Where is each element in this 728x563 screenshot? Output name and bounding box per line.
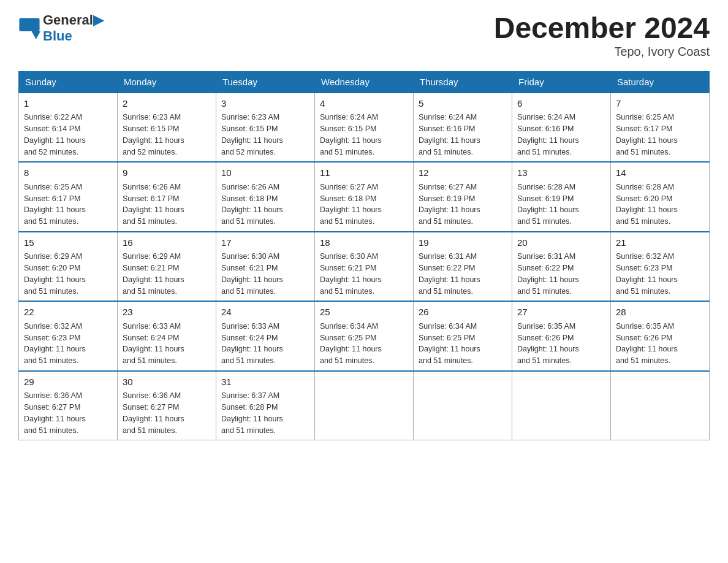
day-info: Sunrise: 6:24 AM Sunset: 6:16 PM Dayligh… [419,112,507,158]
day-info: Sunrise: 6:25 AM Sunset: 6:17 PM Dayligh… [616,112,704,158]
day-number: 17 [221,236,309,250]
calendar-cell: 2 Sunrise: 6:23 AM Sunset: 6:15 PM Dayli… [118,93,216,163]
calendar-cell: 22 Sunrise: 6:32 AM Sunset: 6:23 PM Dayl… [19,301,118,371]
calendar-cell: 7 Sunrise: 6:25 AM Sunset: 6:17 PM Dayli… [611,93,710,163]
day-number: 12 [419,166,507,180]
day-info: Sunrise: 6:27 AM Sunset: 6:19 PM Dayligh… [419,182,507,228]
calendar-cell: 23 Sunrise: 6:33 AM Sunset: 6:24 PM Dayl… [118,301,216,371]
day-info: Sunrise: 6:32 AM Sunset: 6:23 PM Dayligh… [616,251,704,297]
calendar-cell [611,371,710,440]
day-info: Sunrise: 6:34 AM Sunset: 6:25 PM Dayligh… [419,321,507,367]
day-info: Sunrise: 6:35 AM Sunset: 6:26 PM Dayligh… [517,321,605,367]
day-info: Sunrise: 6:35 AM Sunset: 6:26 PM Dayligh… [616,321,704,367]
day-number: 27 [517,305,605,320]
day-number: 3 [221,97,309,111]
day-number: 23 [123,305,211,320]
calendar-week-row: 29 Sunrise: 6:36 AM Sunset: 6:27 PM Dayl… [19,371,710,440]
day-info: Sunrise: 6:25 AM Sunset: 6:17 PM Dayligh… [24,182,112,228]
calendar-cell: 14 Sunrise: 6:28 AM Sunset: 6:20 PM Dayl… [611,162,710,232]
day-info: Sunrise: 6:33 AM Sunset: 6:24 PM Dayligh… [221,321,309,367]
day-info: Sunrise: 6:29 AM Sunset: 6:21 PM Dayligh… [123,251,211,297]
day-number: 2 [123,97,211,111]
calendar-week-row: 8 Sunrise: 6:25 AM Sunset: 6:17 PM Dayli… [19,162,710,232]
day-number: 1 [24,97,112,111]
day-info: Sunrise: 6:37 AM Sunset: 6:28 PM Dayligh… [221,390,309,436]
calendar-cell: 10 Sunrise: 6:26 AM Sunset: 6:18 PM Dayl… [216,162,315,232]
calendar-cell: 3 Sunrise: 6:23 AM Sunset: 6:15 PM Dayli… [216,93,315,163]
day-number: 6 [517,97,605,111]
day-number: 9 [123,166,211,180]
calendar-cell: 24 Sunrise: 6:33 AM Sunset: 6:24 PM Dayl… [216,301,315,371]
day-number: 29 [24,375,112,389]
day-info: Sunrise: 6:27 AM Sunset: 6:18 PM Dayligh… [320,182,408,228]
day-info: Sunrise: 6:31 AM Sunset: 6:22 PM Dayligh… [517,251,605,297]
calendar-cell: 8 Sunrise: 6:25 AM Sunset: 6:17 PM Dayli… [19,162,118,232]
svg-rect-0 [19,18,39,31]
calendar-header-row: SundayMondayTuesdayWednesdayThursdayFrid… [19,71,710,93]
day-header-thursday: Thursday [414,71,512,93]
day-header-saturday: Saturday [611,71,710,93]
day-number: 25 [320,305,408,320]
calendar-cell: 26 Sunrise: 6:34 AM Sunset: 6:25 PM Dayl… [414,301,512,371]
calendar-table: SundayMondayTuesdayWednesdayThursdayFrid… [18,71,710,441]
title-block: December 2024 Tepo, Ivory Coast [494,12,710,59]
day-info: Sunrise: 6:24 AM Sunset: 6:16 PM Dayligh… [517,112,605,158]
day-number: 7 [616,97,704,111]
calendar-week-row: 15 Sunrise: 6:29 AM Sunset: 6:20 PM Dayl… [19,232,710,302]
day-header-monday: Monday [118,71,216,93]
day-number: 15 [24,236,112,250]
day-number: 18 [320,236,408,250]
day-number: 22 [24,305,112,320]
day-info: Sunrise: 6:26 AM Sunset: 6:18 PM Dayligh… [221,182,309,228]
day-info: Sunrise: 6:32 AM Sunset: 6:23 PM Dayligh… [24,321,112,367]
day-header-wednesday: Wednesday [315,71,414,93]
calendar-cell: 30 Sunrise: 6:36 AM Sunset: 6:27 PM Dayl… [118,371,216,440]
day-number: 10 [221,166,309,180]
calendar-cell: 28 Sunrise: 6:35 AM Sunset: 6:26 PM Dayl… [611,301,710,371]
day-number: 14 [616,166,704,180]
calendar-cell: 15 Sunrise: 6:29 AM Sunset: 6:20 PM Dayl… [19,232,118,302]
svg-marker-1 [32,31,40,39]
logo: General▶ Blue [18,12,104,44]
calendar-cell: 6 Sunrise: 6:24 AM Sunset: 6:16 PM Dayli… [512,93,611,163]
calendar-cell: 20 Sunrise: 6:31 AM Sunset: 6:22 PM Dayl… [512,232,611,302]
day-info: Sunrise: 6:24 AM Sunset: 6:15 PM Dayligh… [320,112,408,158]
day-number: 24 [221,305,309,320]
calendar-cell: 5 Sunrise: 6:24 AM Sunset: 6:16 PM Dayli… [414,93,512,163]
calendar-title: December 2024 [494,12,710,45]
calendar-cell: 11 Sunrise: 6:27 AM Sunset: 6:18 PM Dayl… [315,162,414,232]
day-number: 13 [517,166,605,180]
calendar-cell: 1 Sunrise: 6:22 AM Sunset: 6:14 PM Dayli… [19,93,118,163]
calendar-cell: 31 Sunrise: 6:37 AM Sunset: 6:28 PM Dayl… [216,371,315,440]
day-info: Sunrise: 6:36 AM Sunset: 6:27 PM Dayligh… [123,390,211,436]
day-info: Sunrise: 6:30 AM Sunset: 6:21 PM Dayligh… [320,251,408,297]
calendar-cell [512,371,611,440]
day-info: Sunrise: 6:22 AM Sunset: 6:14 PM Dayligh… [24,112,112,158]
calendar-cell: 13 Sunrise: 6:28 AM Sunset: 6:19 PM Dayl… [512,162,611,232]
day-info: Sunrise: 6:26 AM Sunset: 6:17 PM Dayligh… [123,182,211,228]
day-info: Sunrise: 6:30 AM Sunset: 6:21 PM Dayligh… [221,251,309,297]
calendar-week-row: 1 Sunrise: 6:22 AM Sunset: 6:14 PM Dayli… [19,93,710,163]
day-number: 21 [616,236,704,250]
day-number: 28 [616,305,704,320]
calendar-cell: 17 Sunrise: 6:30 AM Sunset: 6:21 PM Dayl… [216,232,315,302]
day-info: Sunrise: 6:31 AM Sunset: 6:22 PM Dayligh… [419,251,507,297]
calendar-cell [414,371,512,440]
day-header-sunday: Sunday [19,71,118,93]
day-number: 16 [123,236,211,250]
day-info: Sunrise: 6:23 AM Sunset: 6:15 PM Dayligh… [123,112,211,158]
calendar-cell: 21 Sunrise: 6:32 AM Sunset: 6:23 PM Dayl… [611,232,710,302]
calendar-cell: 18 Sunrise: 6:30 AM Sunset: 6:21 PM Dayl… [315,232,414,302]
calendar-cell: 12 Sunrise: 6:27 AM Sunset: 6:19 PM Dayl… [414,162,512,232]
calendar-cell: 25 Sunrise: 6:34 AM Sunset: 6:25 PM Dayl… [315,301,414,371]
logo-icon [18,17,40,39]
day-info: Sunrise: 6:33 AM Sunset: 6:24 PM Dayligh… [123,321,211,367]
day-header-tuesday: Tuesday [216,71,315,93]
day-number: 26 [419,305,507,320]
day-number: 8 [24,166,112,180]
day-number: 19 [419,236,507,250]
calendar-cell: 27 Sunrise: 6:35 AM Sunset: 6:26 PM Dayl… [512,301,611,371]
calendar-subtitle: Tepo, Ivory Coast [494,45,710,59]
day-info: Sunrise: 6:23 AM Sunset: 6:15 PM Dayligh… [221,112,309,158]
day-number: 5 [419,97,507,111]
